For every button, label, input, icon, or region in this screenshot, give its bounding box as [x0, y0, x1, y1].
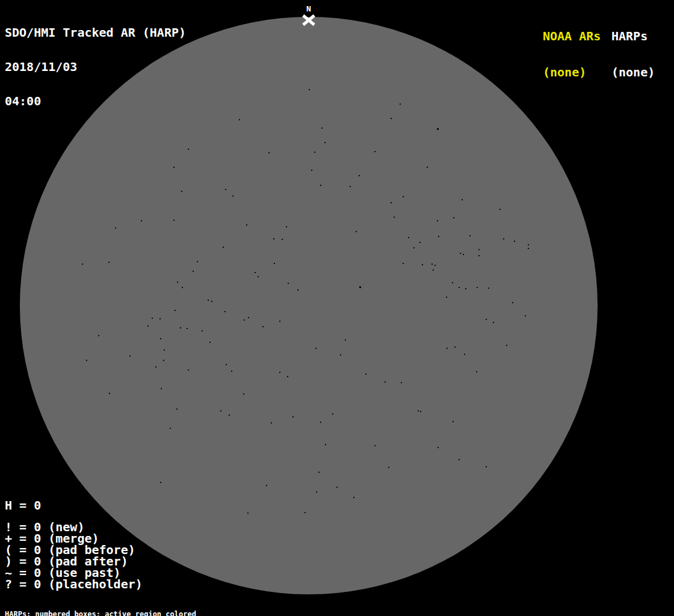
sunspot	[315, 348, 317, 349]
sunspot	[400, 103, 401, 105]
sunspot	[181, 191, 182, 192]
noaa-ars-counter: NOAA ARs (none)	[543, 6, 601, 102]
sunspot	[350, 186, 351, 187]
sunspot	[311, 170, 312, 171]
sunspot	[374, 445, 376, 446]
sunspot	[469, 235, 471, 236]
solar-disk-view: SDO/HMI Tracked AR (HARP) 2018/11/03 04:…	[0, 0, 674, 616]
sunspot	[316, 491, 317, 493]
sunspot	[340, 354, 341, 356]
footer-notes: HARPs: numbered boxes; active region col…	[5, 596, 257, 616]
sunspot	[460, 253, 461, 254]
sunspot	[459, 287, 460, 288]
sunspot	[365, 374, 366, 375]
sunspot	[258, 276, 259, 277]
sunspot	[193, 271, 194, 272]
sunspot	[454, 346, 456, 348]
sunspot	[109, 393, 110, 394]
sunspot	[279, 372, 280, 373]
sunspot	[403, 196, 404, 197]
sunspot	[305, 512, 306, 513]
sunspot	[115, 227, 116, 229]
sunspot	[232, 196, 233, 197]
sunspot	[187, 328, 188, 329]
sunspot	[464, 354, 465, 355]
sunspot	[320, 422, 321, 423]
sunspot	[413, 247, 415, 248]
sunspot	[493, 322, 494, 323]
sunspot	[177, 282, 178, 283]
sunspot	[336, 487, 338, 488]
sunspot	[528, 244, 529, 245]
sunspot	[160, 338, 161, 339]
sunspot	[108, 262, 110, 263]
sunspot	[141, 220, 142, 221]
sunspot	[506, 345, 507, 346]
sunspot	[220, 410, 221, 411]
sunspot	[353, 497, 354, 498]
sunspot	[292, 416, 294, 417]
harps-value: (none)	[611, 66, 655, 78]
sunspot	[160, 482, 161, 483]
sunspot	[163, 360, 164, 361]
sunspot	[447, 348, 448, 349]
sunspot	[155, 366, 156, 368]
sunspot	[446, 297, 447, 298]
sunspot	[279, 321, 280, 322]
sunspot	[356, 231, 357, 232]
sunspot	[453, 421, 454, 422]
sunspot	[224, 311, 226, 312]
sunspot	[408, 237, 409, 238]
sunspot	[332, 413, 333, 414]
sunspot	[438, 236, 439, 237]
noaa-ars-value: (none)	[543, 66, 601, 78]
sunspot	[147, 325, 149, 327]
sunspot	[403, 263, 404, 264]
sunspot	[503, 238, 504, 239]
sunspot	[324, 142, 326, 143]
sunspot	[246, 224, 247, 226]
sunspot	[243, 393, 244, 395]
sunspot	[159, 318, 161, 319]
sunspot	[180, 327, 181, 328]
app-title: SDO/HMI Tracked AR (HARP)	[5, 27, 186, 38]
north-label: N	[306, 5, 311, 13]
sunspot	[268, 152, 270, 153]
sunspot	[247, 513, 249, 514]
sunspot	[197, 261, 198, 262]
sunspot	[437, 220, 438, 221]
legend: ! = 0 (new)+ = 0 (merge)( = 0 (pad befor…	[5, 522, 143, 590]
sunspot	[86, 360, 87, 361]
sunspot	[345, 339, 346, 340]
sunspot	[164, 350, 165, 351]
sunspot	[391, 202, 392, 203]
sunspot	[525, 315, 526, 316]
sunspot	[359, 175, 360, 176]
footer-harps-note: HARPs: numbered boxes; active region col…	[5, 611, 257, 616]
sunspot	[431, 263, 433, 265]
sunspot	[420, 411, 421, 412]
sunspot	[401, 382, 402, 383]
sunspot	[188, 149, 189, 150]
sunspot	[208, 300, 209, 301]
sunspot	[478, 249, 480, 250]
sunspot	[273, 238, 274, 239]
sunspot	[437, 447, 439, 448]
sunspot	[176, 408, 178, 410]
sunspot	[514, 241, 515, 242]
sunspot	[262, 326, 264, 327]
sunspot	[394, 217, 395, 218]
sunspot	[476, 371, 477, 372]
sunspot	[318, 472, 320, 473]
harps-counter: HARPs (none)	[611, 6, 655, 102]
sunspot	[512, 302, 513, 303]
sunspot	[239, 119, 240, 120]
sunspot	[82, 263, 83, 265]
sunspot	[173, 167, 175, 168]
harps-label: HARPs	[611, 30, 655, 42]
sunspot	[188, 369, 189, 371]
sunspot	[465, 288, 466, 289]
sunspot	[325, 444, 326, 445]
north-cross-icon	[302, 14, 315, 26]
sunspot	[226, 364, 227, 365]
